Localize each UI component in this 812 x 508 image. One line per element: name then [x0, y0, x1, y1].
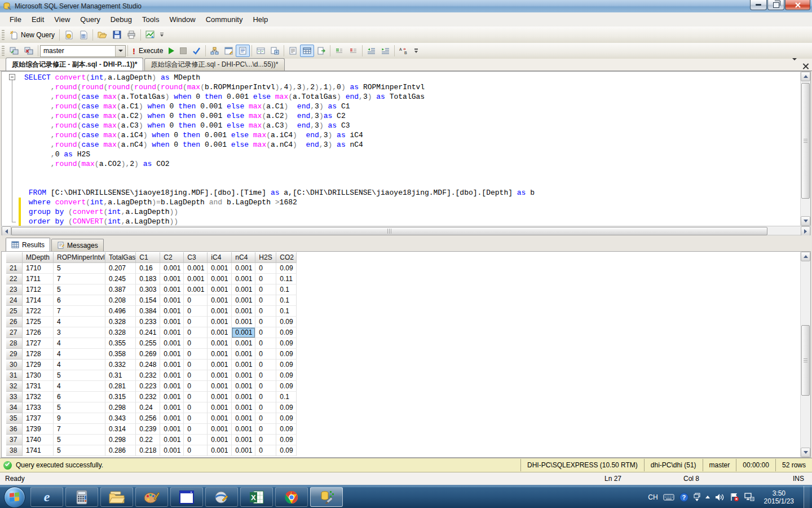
grid-cell[interactable]: 0.001	[184, 274, 208, 284]
grid-cell[interactable]: 4	[54, 360, 105, 370]
column-header-C3[interactable]: C3	[184, 252, 208, 263]
code-line[interactable]: where convert(int,a.LagDepth)=b.LagDepth…	[24, 198, 800, 207]
grid-cell[interactable]: 7	[54, 274, 105, 284]
row-header-30[interactable]: 30	[6, 360, 23, 370]
print-button[interactable]	[124, 29, 139, 41]
grid-cell[interactable]: 1727	[23, 338, 54, 349]
minimize-button[interactable]	[750, 0, 767, 10]
parse-button[interactable]	[189, 45, 204, 57]
grid-cell[interactable]: 5	[54, 445, 105, 456]
document-tab-inactive[interactable]: 原始综合记录修正.sql - DHI-PC\...\d...55))*	[144, 58, 284, 71]
volume-icon[interactable]	[715, 493, 725, 501]
grid-cell[interactable]: 0.154	[136, 295, 160, 306]
messages-tab[interactable]: Messages	[51, 239, 104, 251]
grid-cell[interactable]: 7	[54, 424, 105, 435]
grid-cell[interactable]: 5	[54, 370, 105, 381]
grid-cell[interactable]: 0.16	[136, 263, 160, 274]
grid-cell[interactable]: 0	[255, 445, 276, 456]
grid-cell[interactable]: 1710	[23, 263, 54, 274]
grid-cell[interactable]: 0.001	[160, 306, 184, 317]
grid-cell[interactable]: 0.001	[232, 435, 255, 445]
grid-cell[interactable]: 0	[184, 327, 208, 338]
taskbar-sql-tool[interactable]	[205, 487, 238, 507]
menu-view[interactable]: View	[49, 14, 75, 25]
row-header-28[interactable]: 28	[6, 338, 23, 349]
change-connection-button[interactable]	[21, 45, 36, 57]
grid-cell[interactable]: 1725	[23, 317, 54, 327]
grid-cell[interactable]: 1730	[23, 370, 54, 381]
column-header-TotalGas[interactable]: TotalGas	[105, 252, 136, 263]
grid-cell[interactable]: 0	[255, 295, 276, 306]
taskbar-file-explorer[interactable]	[100, 487, 133, 507]
grid-cell[interactable]: 1737	[23, 413, 54, 424]
specify-template-values-button[interactable]	[254, 45, 268, 57]
available-databases-combobox[interactable]: master	[40, 45, 126, 57]
grid-cell[interactable]: 0.24	[136, 402, 160, 413]
grid-cell[interactable]: 3	[54, 327, 105, 338]
grid-cell[interactable]: 0.269	[136, 349, 160, 360]
grid-cell[interactable]: 0	[184, 435, 208, 445]
grid-cell[interactable]: 0.09	[276, 349, 297, 360]
scrollbar-thumb[interactable]	[801, 325, 810, 396]
grid-cell[interactable]: 1712	[23, 284, 54, 295]
grid-cell[interactable]: 0.218	[136, 445, 160, 456]
code-line[interactable]: ,round(case max(a.C3) when 0 then 0.001 …	[24, 121, 800, 130]
grid-cell[interactable]: 0	[184, 370, 208, 381]
grid-cell[interactable]: 0.281	[105, 381, 136, 392]
grid-cell[interactable]: 0.001	[160, 445, 184, 456]
code-line[interactable]: ,round(case max(a.TotalGas) when 0 then …	[24, 92, 800, 102]
scroll-right-button[interactable]	[801, 226, 810, 236]
code-line[interactable]: ,round(case max(a.C2) when 0 then 0.001 …	[24, 111, 800, 121]
grid-cell[interactable]: 0	[255, 424, 276, 435]
language-indicator[interactable]: CH	[648, 493, 657, 501]
grid-cell[interactable]: 0.001	[160, 295, 184, 306]
menu-community[interactable]: Community	[201, 14, 248, 25]
scroll-up-button[interactable]	[801, 252, 810, 261]
taskbar-ssms-active[interactable]	[310, 487, 343, 507]
grid-cell[interactable]: 0.11	[276, 274, 297, 284]
grid-cell[interactable]: 0	[255, 402, 276, 413]
grid-cell[interactable]: 0	[255, 338, 276, 349]
menu-help[interactable]: Help	[248, 14, 273, 25]
grid-cell[interactable]: 0.09	[276, 435, 297, 445]
grid-cell[interactable]: 1733	[23, 402, 54, 413]
database-engine-query-button[interactable]	[61, 29, 76, 41]
grid-cell[interactable]: 0.001	[208, 424, 232, 435]
row-header-37[interactable]: 37	[6, 435, 23, 445]
action-center-flag-icon[interactable]	[730, 493, 739, 501]
code-line[interactable]: ,round(round(round(round(round(max(b.ROP…	[24, 82, 800, 92]
toolbar-overflow-button[interactable]	[158, 29, 165, 41]
grid-cell[interactable]: 0.09	[276, 338, 297, 349]
uncomment-button[interactable]	[346, 45, 360, 57]
grid-cell-selected[interactable]: 0.001	[232, 327, 255, 338]
results-to-grid-button[interactable]	[300, 45, 314, 57]
grid-cell[interactable]: 0.001	[160, 413, 184, 424]
grid-cell[interactable]: 1728	[23, 349, 54, 360]
grid-cell[interactable]: 0.223	[136, 381, 160, 392]
grid-cell[interactable]: 0.248	[136, 360, 160, 370]
grid-cell[interactable]: 0	[184, 317, 208, 327]
grid-cell[interactable]: 0	[255, 381, 276, 392]
active-files-dropdown-button[interactable]	[792, 60, 797, 71]
grid-cell[interactable]: 0.256	[136, 413, 160, 424]
grid-cell[interactable]: 0.328	[105, 317, 136, 327]
grid-cell[interactable]: 0	[255, 349, 276, 360]
docked-window-icon[interactable]	[694, 493, 700, 501]
execute-button[interactable]: ! Execute	[130, 45, 166, 57]
grid-cell[interactable]: 0	[255, 413, 276, 424]
grid-cell[interactable]: 0.355	[105, 338, 136, 349]
grid-cell[interactable]: 0.001	[208, 338, 232, 349]
menu-edit[interactable]: Edit	[27, 14, 49, 25]
toolbar-grip[interactable]	[2, 30, 5, 40]
keyboard-icon[interactable]	[663, 493, 674, 501]
results-to-text-button[interactable]	[286, 45, 300, 57]
taskbar-calculator[interactable]	[65, 487, 98, 507]
grid-cell[interactable]: 0.387	[105, 284, 136, 295]
row-header-26[interactable]: 26	[6, 317, 23, 327]
grid-cell[interactable]: 5	[54, 435, 105, 445]
grid-cell[interactable]: 0	[184, 338, 208, 349]
grid-cell[interactable]: 0	[255, 435, 276, 445]
close-document-button[interactable]	[802, 63, 809, 69]
toolbar-overflow-button[interactable]	[413, 45, 420, 56]
row-header-23[interactable]: 23	[6, 284, 23, 295]
